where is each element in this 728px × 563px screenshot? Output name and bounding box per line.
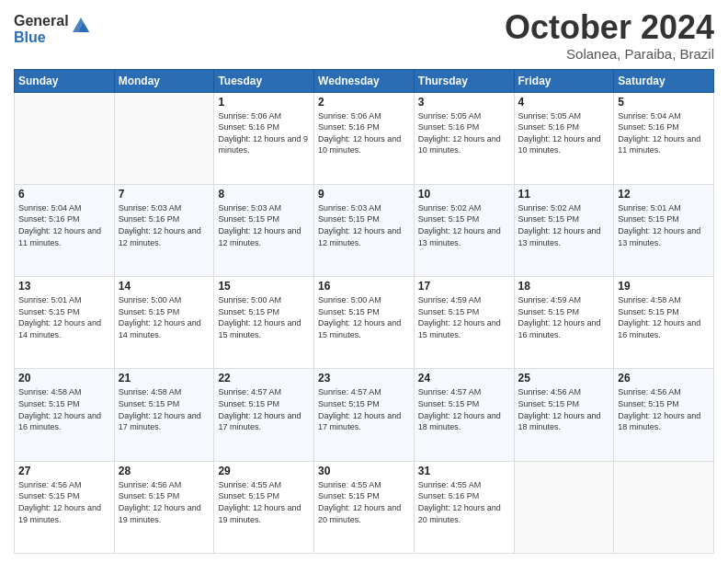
calendar-day-cell — [114, 92, 214, 184]
day-number: 4 — [518, 96, 610, 109]
calendar-day-cell: 12Sunrise: 5:01 AMSunset: 5:15 PMDayligh… — [614, 184, 714, 276]
day-info: Sunrise: 4:56 AMSunset: 5:15 PMDaylight:… — [518, 386, 610, 432]
day-of-week-header: Sunday — [15, 69, 115, 92]
day-of-week-header: Friday — [514, 69, 614, 92]
calendar-day-cell: 15Sunrise: 5:00 AMSunset: 5:15 PMDayligh… — [214, 277, 314, 369]
calendar-day-cell: 20Sunrise: 4:58 AMSunset: 5:15 PMDayligh… — [15, 369, 115, 461]
day-info: Sunrise: 5:01 AMSunset: 5:15 PMDaylight:… — [618, 202, 710, 248]
calendar-day-cell: 2Sunrise: 5:06 AMSunset: 5:16 PMDaylight… — [314, 92, 415, 184]
day-number: 24 — [418, 372, 510, 385]
day-info: Sunrise: 5:02 AMSunset: 5:15 PMDaylight:… — [418, 202, 510, 248]
day-number: 8 — [218, 188, 310, 201]
day-number: 22 — [218, 372, 310, 385]
day-info: Sunrise: 4:59 AMSunset: 5:15 PMDaylight:… — [518, 294, 610, 340]
day-of-week-header: Saturday — [614, 69, 714, 92]
day-number: 14 — [119, 280, 210, 293]
day-info: Sunrise: 5:01 AMSunset: 5:15 PMDaylight:… — [18, 294, 110, 340]
day-info: Sunrise: 4:56 AMSunset: 5:15 PMDaylight:… — [618, 386, 710, 432]
logo-icon — [71, 16, 91, 36]
page: General Blue October 2024 Solanea, Parai… — [0, 0, 728, 563]
day-info: Sunrise: 5:05 AMSunset: 5:16 PMDaylight:… — [518, 110, 610, 156]
day-info: Sunrise: 4:59 AMSunset: 5:15 PMDaylight:… — [418, 294, 510, 340]
calendar-day-cell — [614, 461, 714, 553]
day-number: 19 — [618, 280, 710, 293]
calendar-day-cell: 21Sunrise: 4:58 AMSunset: 5:15 PMDayligh… — [114, 369, 214, 461]
calendar-week-row: 13Sunrise: 5:01 AMSunset: 5:15 PMDayligh… — [15, 277, 714, 369]
calendar-day-cell: 25Sunrise: 4:56 AMSunset: 5:15 PMDayligh… — [514, 369, 614, 461]
day-number: 10 — [418, 188, 510, 201]
day-number: 20 — [18, 372, 110, 385]
day-number: 16 — [318, 280, 410, 293]
calendar-week-row: 20Sunrise: 4:58 AMSunset: 5:15 PMDayligh… — [15, 369, 714, 461]
day-info: Sunrise: 4:57 AMSunset: 5:15 PMDaylight:… — [418, 386, 510, 432]
day-number: 25 — [518, 372, 610, 385]
calendar-day-cell: 16Sunrise: 5:00 AMSunset: 5:15 PMDayligh… — [314, 277, 415, 369]
day-info: Sunrise: 5:00 AMSunset: 5:15 PMDaylight:… — [318, 294, 410, 340]
calendar-week-row: 6Sunrise: 5:04 AMSunset: 5:16 PMDaylight… — [15, 184, 714, 276]
day-number: 6 — [18, 188, 110, 201]
day-number: 17 — [418, 280, 510, 293]
calendar-day-cell: 10Sunrise: 5:02 AMSunset: 5:15 PMDayligh… — [414, 184, 514, 276]
calendar-day-cell: 24Sunrise: 4:57 AMSunset: 5:15 PMDayligh… — [414, 369, 514, 461]
day-info: Sunrise: 4:57 AMSunset: 5:15 PMDaylight:… — [318, 386, 410, 432]
day-number: 27 — [18, 465, 110, 477]
day-info: Sunrise: 5:03 AMSunset: 5:16 PMDaylight:… — [119, 202, 210, 248]
day-info: Sunrise: 4:55 AMSunset: 5:15 PMDaylight:… — [318, 479, 410, 525]
day-info: Sunrise: 4:58 AMSunset: 5:15 PMDaylight:… — [119, 386, 210, 432]
day-number: 2 — [318, 96, 410, 109]
day-number: 3 — [418, 96, 510, 109]
day-info: Sunrise: 5:04 AMSunset: 5:16 PMDaylight:… — [18, 202, 110, 248]
calendar-day-cell — [15, 92, 115, 184]
calendar-day-cell: 4Sunrise: 5:05 AMSunset: 5:16 PMDaylight… — [514, 92, 614, 184]
day-of-week-header: Wednesday — [314, 69, 415, 92]
day-number: 15 — [218, 280, 310, 293]
day-info: Sunrise: 4:57 AMSunset: 5:15 PMDaylight:… — [218, 386, 310, 432]
day-of-week-header: Tuesday — [214, 69, 314, 92]
day-info: Sunrise: 4:56 AMSunset: 5:15 PMDaylight:… — [18, 479, 110, 525]
calendar-day-cell: 19Sunrise: 4:58 AMSunset: 5:15 PMDayligh… — [614, 277, 714, 369]
calendar-day-cell — [514, 461, 614, 553]
day-info: Sunrise: 4:55 AMSunset: 5:16 PMDaylight:… — [418, 479, 510, 525]
day-number: 18 — [518, 280, 610, 293]
day-info: Sunrise: 5:06 AMSunset: 5:16 PMDaylight:… — [218, 110, 310, 156]
calendar-week-row: 1Sunrise: 5:06 AMSunset: 5:16 PMDaylight… — [15, 92, 714, 184]
calendar-day-cell: 8Sunrise: 5:03 AMSunset: 5:15 PMDaylight… — [214, 184, 314, 276]
day-info: Sunrise: 4:55 AMSunset: 5:15 PMDaylight:… — [218, 479, 310, 525]
day-of-week-header: Monday — [114, 69, 214, 92]
day-info: Sunrise: 5:00 AMSunset: 5:15 PMDaylight:… — [218, 294, 310, 340]
calendar-day-cell: 9Sunrise: 5:03 AMSunset: 5:15 PMDaylight… — [314, 184, 415, 276]
calendar-day-cell: 11Sunrise: 5:02 AMSunset: 5:15 PMDayligh… — [514, 184, 614, 276]
day-info: Sunrise: 5:04 AMSunset: 5:16 PMDaylight:… — [618, 110, 710, 156]
day-info: Sunrise: 5:03 AMSunset: 5:15 PMDaylight:… — [218, 202, 310, 248]
day-of-week-header: Thursday — [414, 69, 514, 92]
calendar-day-cell: 27Sunrise: 4:56 AMSunset: 5:15 PMDayligh… — [15, 461, 115, 553]
day-number: 12 — [618, 188, 710, 201]
calendar-day-cell: 22Sunrise: 4:57 AMSunset: 5:15 PMDayligh… — [214, 369, 314, 461]
calendar-week-row: 27Sunrise: 4:56 AMSunset: 5:15 PMDayligh… — [15, 461, 714, 553]
day-info: Sunrise: 4:58 AMSunset: 5:15 PMDaylight:… — [618, 294, 710, 340]
day-number: 26 — [618, 372, 710, 385]
day-number: 11 — [518, 188, 610, 201]
day-info: Sunrise: 5:05 AMSunset: 5:16 PMDaylight:… — [418, 110, 510, 156]
day-number: 1 — [218, 96, 310, 109]
calendar-day-cell: 1Sunrise: 5:06 AMSunset: 5:16 PMDaylight… — [214, 92, 314, 184]
calendar-day-cell: 7Sunrise: 5:03 AMSunset: 5:16 PMDaylight… — [114, 184, 214, 276]
calendar-day-cell: 6Sunrise: 5:04 AMSunset: 5:16 PMDaylight… — [15, 184, 115, 276]
day-info: Sunrise: 5:00 AMSunset: 5:15 PMDaylight:… — [119, 294, 210, 340]
calendar-day-cell: 28Sunrise: 4:56 AMSunset: 5:15 PMDayligh… — [114, 461, 214, 553]
day-number: 21 — [119, 372, 210, 385]
day-number: 13 — [18, 280, 110, 293]
logo-blue-text: Blue — [14, 29, 69, 46]
month-title: October 2024 — [505, 9, 714, 46]
day-info: Sunrise: 5:03 AMSunset: 5:15 PMDaylight:… — [318, 202, 410, 248]
day-number: 5 — [618, 96, 710, 109]
calendar-day-cell: 23Sunrise: 4:57 AMSunset: 5:15 PMDayligh… — [314, 369, 415, 461]
calendar-day-cell: 18Sunrise: 4:59 AMSunset: 5:15 PMDayligh… — [514, 277, 614, 369]
header: General Blue October 2024 Solanea, Parai… — [14, 9, 714, 62]
calendar-day-cell: 31Sunrise: 4:55 AMSunset: 5:16 PMDayligh… — [414, 461, 514, 553]
calendar-day-cell: 29Sunrise: 4:55 AMSunset: 5:15 PMDayligh… — [214, 461, 314, 553]
calendar-day-cell: 17Sunrise: 4:59 AMSunset: 5:15 PMDayligh… — [414, 277, 514, 369]
calendar-day-cell: 14Sunrise: 5:00 AMSunset: 5:15 PMDayligh… — [114, 277, 214, 369]
day-number: 7 — [119, 188, 210, 201]
calendar-table: SundayMondayTuesdayWednesdayThursdayFrid… — [14, 69, 714, 554]
